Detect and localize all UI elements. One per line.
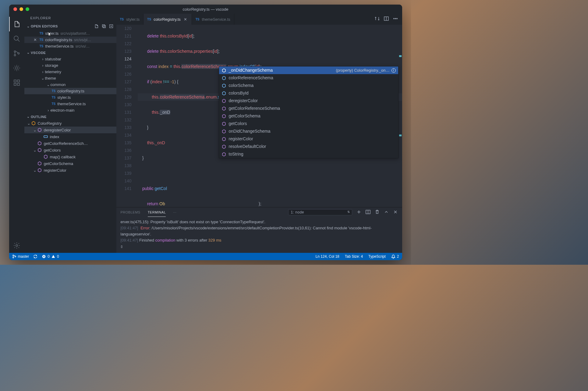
minimap[interactable] bbox=[398, 25, 402, 207]
line-number[interactable]: 127 bbox=[116, 78, 132, 86]
chevron-up-icon[interactable] bbox=[384, 210, 389, 215]
line-number[interactable]: 138 bbox=[116, 162, 132, 170]
tab-size[interactable]: Tab Size: 4 bbox=[345, 254, 363, 259]
suggest-item[interactable]: toString bbox=[219, 150, 398, 158]
line-number[interactable]: 133 bbox=[116, 124, 132, 131]
editor-tab[interactable]: TSthemeService.ts bbox=[192, 14, 234, 25]
outline-item[interactable]: getColorSchema bbox=[24, 160, 116, 167]
suggest-item[interactable]: deregisterColor bbox=[219, 97, 398, 105]
line-number[interactable]: 128 bbox=[116, 86, 132, 93]
language-mode[interactable]: TypeScript bbox=[368, 254, 386, 259]
line-number[interactable]: 140 bbox=[116, 177, 132, 185]
file-item[interactable]: TSthemeService.ts bbox=[24, 101, 116, 107]
close-all-icon[interactable] bbox=[108, 23, 114, 29]
suggest-item[interactable]: resolveDefaultColor bbox=[219, 143, 398, 150]
code-content[interactable]: delete this.colorsById[id]; delete this.… bbox=[138, 25, 402, 207]
line-number[interactable]: 122 bbox=[116, 40, 132, 48]
line-number[interactable]: 123 bbox=[116, 48, 132, 55]
terminal-tab[interactable]: TERMINAL bbox=[148, 208, 166, 217]
suggest-item[interactable]: registerColor bbox=[219, 135, 398, 143]
suggest-item[interactable]: getColors bbox=[219, 120, 398, 127]
more-panel-icon[interactable]: ··· bbox=[173, 208, 176, 217]
line-number[interactable]: 135 bbox=[116, 139, 132, 147]
open-editor-item[interactable]: ✕ TS colorRegistry.ts src/vs/pl… bbox=[24, 37, 116, 43]
split-terminal-icon[interactable] bbox=[366, 210, 370, 215]
debug-icon[interactable] bbox=[9, 61, 24, 75]
folder-item[interactable]: ⌄theme bbox=[24, 75, 116, 81]
line-number[interactable]: 120 bbox=[116, 25, 132, 32]
close-panel-icon[interactable] bbox=[393, 210, 398, 215]
folder-item[interactable]: ›telemetry bbox=[24, 69, 116, 75]
suggest-item[interactable]: colorsById bbox=[219, 89, 398, 97]
trash-icon[interactable] bbox=[375, 210, 380, 215]
folder-item[interactable]: ⌄common bbox=[24, 81, 116, 88]
suggest-widget[interactable]: _onDidChangeSchema(property) ColorRegist… bbox=[219, 66, 398, 158]
line-number[interactable]: 137 bbox=[116, 154, 132, 162]
terminal-selector[interactable]: 1: node bbox=[288, 209, 352, 215]
zoom-window-icon[interactable] bbox=[26, 7, 29, 11]
outline-header[interactable]: ⌄ OUTLINE bbox=[24, 113, 116, 120]
file-item[interactable]: TSstyler.ts bbox=[24, 94, 116, 101]
sync-icon[interactable] bbox=[33, 254, 37, 259]
folder-item[interactable]: ›electron-main bbox=[24, 107, 116, 113]
close-window-icon[interactable] bbox=[13, 7, 17, 11]
outline-item[interactable]: ⌄deregisterColor bbox=[24, 127, 116, 133]
line-number[interactable]: 131 bbox=[116, 109, 132, 116]
file-item[interactable]: TScolorRegistry.ts bbox=[24, 88, 116, 94]
titlebar[interactable]: colorRegistry.ts — vscode bbox=[9, 5, 402, 14]
line-number[interactable]: 129 bbox=[116, 93, 132, 101]
outline-item[interactable]: ⌄getColors bbox=[24, 147, 116, 153]
folder-item[interactable]: ›statusbar bbox=[24, 56, 116, 62]
line-number[interactable]: 125 bbox=[116, 63, 132, 70]
suggest-item[interactable]: colorSchema bbox=[219, 82, 398, 89]
info-icon[interactable]: i bbox=[391, 68, 396, 73]
folder-item[interactable]: ›storage bbox=[24, 62, 116, 69]
outline-item[interactable]: ⌄ColorRegistry bbox=[24, 120, 116, 127]
line-number[interactable]: 126 bbox=[116, 70, 132, 78]
terminal-body[interactable]: erver.ts(475,15): Property 'isBuilt' doe… bbox=[116, 217, 402, 253]
outline-item[interactable]: getColorReferenceSch… bbox=[24, 140, 116, 147]
editor-tab[interactable]: TScolorRegistry.ts✕ bbox=[143, 14, 192, 25]
open-editor-item[interactable]: TS styler.ts src/vs/platform/t… bbox=[24, 30, 116, 37]
line-number[interactable]: 136 bbox=[116, 147, 132, 154]
open-editors-header[interactable]: ⌄ OPEN EDITORS bbox=[24, 22, 116, 30]
outline-item[interactable]: map() callback bbox=[24, 153, 116, 160]
line-number[interactable]: 134 bbox=[116, 131, 132, 139]
split-editor-icon[interactable] bbox=[384, 16, 389, 22]
code-editor[interactable]: 1201211221231241251261271281291301311321… bbox=[116, 25, 402, 207]
line-number[interactable]: 132 bbox=[116, 116, 132, 124]
suggest-item[interactable]: getColorSchema bbox=[219, 112, 398, 120]
problems-tab[interactable]: PROBLEMS bbox=[121, 208, 140, 217]
editor-tab[interactable]: TSstyler.ts bbox=[116, 14, 144, 25]
close-icon[interactable]: ✕ bbox=[34, 38, 38, 42]
open-editor-item[interactable]: TS themeService.ts src/vs/… bbox=[24, 43, 116, 49]
suggest-item[interactable]: getColorReferenceSchema bbox=[219, 105, 398, 112]
problems-status[interactable]: 0 0 bbox=[42, 254, 59, 259]
new-terminal-icon[interactable] bbox=[356, 210, 361, 215]
line-number[interactable]: 121 bbox=[116, 32, 132, 40]
notifications[interactable]: 2 bbox=[391, 254, 399, 259]
line-number[interactable]: 130 bbox=[116, 101, 132, 109]
workspace-header[interactable]: ⌄ VSCODE bbox=[24, 49, 116, 56]
suggest-item[interactable]: colorReferenceSchema bbox=[219, 74, 398, 82]
line-number[interactable]: 124 bbox=[116, 55, 132, 63]
suggest-item[interactable]: _onDidChangeSchema(property) ColorRegist… bbox=[219, 66, 398, 74]
line-number[interactable]: 139 bbox=[116, 170, 132, 177]
new-file-icon[interactable] bbox=[94, 23, 99, 29]
line-number[interactable]: 141 bbox=[116, 185, 132, 192]
source-control-icon[interactable] bbox=[9, 46, 24, 61]
outline-item[interactable]: ⌄registerColor bbox=[24, 167, 116, 174]
cursor-position[interactable]: Ln 124, Col 18 bbox=[316, 254, 339, 259]
extensions-icon[interactable] bbox=[9, 75, 24, 90]
settings-gear-icon[interactable] bbox=[9, 238, 24, 253]
search-icon[interactable] bbox=[9, 31, 24, 46]
suggest-item[interactable]: onDidChangeSchema bbox=[219, 127, 398, 135]
more-actions-icon[interactable] bbox=[393, 16, 398, 22]
outline-item[interactable]: index bbox=[24, 133, 116, 140]
compare-changes-icon[interactable] bbox=[375, 16, 380, 22]
save-all-icon[interactable] bbox=[101, 23, 107, 29]
close-tab-icon[interactable]: ✕ bbox=[184, 17, 188, 22]
minimize-window-icon[interactable] bbox=[19, 7, 23, 11]
git-branch[interactable]: master bbox=[12, 254, 29, 259]
explorer-icon[interactable] bbox=[9, 17, 24, 31]
